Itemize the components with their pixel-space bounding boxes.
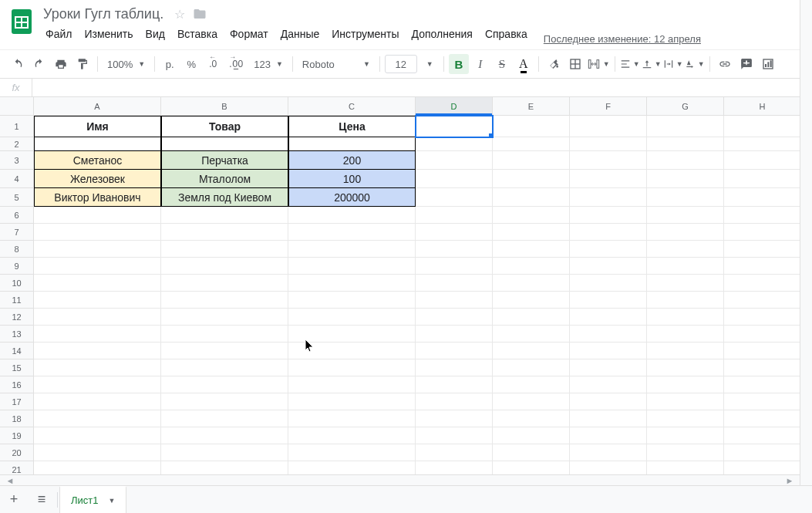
cell-B5[interactable]: Земля под Киевом: [161, 188, 288, 207]
cell-H7[interactable]: [724, 224, 801, 241]
cell-C7[interactable]: [288, 224, 416, 241]
cell-C17[interactable]: [288, 393, 416, 410]
cell-A11[interactable]: [34, 292, 161, 309]
cell-D1[interactable]: [416, 116, 493, 137]
print-button[interactable]: [51, 54, 71, 74]
cell-D7[interactable]: [416, 224, 493, 241]
cell-D16[interactable]: [416, 376, 493, 393]
cell-E9[interactable]: [493, 258, 570, 275]
cell-G13[interactable]: [647, 326, 724, 343]
cell-D2[interactable]: [416, 137, 493, 151]
col-header-C[interactable]: C: [288, 97, 416, 116]
strikethrough-button[interactable]: S: [492, 54, 512, 74]
cell-A5[interactable]: Виктор Иванович: [34, 188, 161, 207]
borders-button[interactable]: [565, 54, 585, 74]
cell-G7[interactable]: [647, 224, 724, 241]
cell-B11[interactable]: [161, 292, 288, 309]
cell-F19[interactable]: [570, 427, 647, 444]
cell-H3[interactable]: [724, 151, 801, 170]
cell-G8[interactable]: [647, 241, 724, 258]
cell-A8[interactable]: [34, 241, 161, 258]
cell-H14[interactable]: [724, 343, 801, 359]
cell-A19[interactable]: [34, 427, 161, 444]
cell-E15[interactable]: [493, 359, 570, 376]
cell-H20[interactable]: [724, 444, 801, 461]
cell-B16[interactable]: [161, 376, 288, 393]
cell-A10[interactable]: [34, 275, 161, 292]
paint-format-button[interactable]: [72, 54, 93, 74]
cell-C5[interactable]: 200000: [288, 188, 416, 207]
cell-F13[interactable]: [570, 326, 647, 343]
v-scrollbar[interactable]: [800, 0, 812, 485]
row-header-15[interactable]: 15: [0, 359, 34, 376]
increase-decimals-button[interactable]: .0̲0→: [224, 54, 248, 74]
cell-F6[interactable]: [570, 207, 647, 224]
cell-F7[interactable]: [570, 224, 647, 241]
cell-G5[interactable]: [647, 188, 724, 207]
cell-H16[interactable]: [724, 376, 801, 393]
cell-G11[interactable]: [647, 292, 724, 309]
cell-B21[interactable]: [161, 461, 288, 475]
cell-G2[interactable]: [647, 137, 724, 151]
cell-C2[interactable]: [288, 137, 416, 151]
cell-A15[interactable]: [34, 359, 161, 376]
menu-данные[interactable]: Данные: [275, 25, 325, 43]
menu-формат[interactable]: Формат: [224, 25, 274, 43]
row-header-20[interactable]: 20: [0, 444, 34, 461]
row-header-3[interactable]: 3: [0, 151, 34, 170]
cell-D5[interactable]: [416, 188, 493, 207]
row-header-17[interactable]: 17: [0, 393, 34, 410]
menu-файл[interactable]: Файл: [40, 25, 77, 43]
cell-B19[interactable]: [161, 427, 288, 444]
cell-A7[interactable]: [34, 224, 161, 241]
sheet-tab-menu-icon[interactable]: ▼: [108, 497, 115, 505]
cell-B6[interactable]: [161, 207, 288, 224]
doc-title[interactable]: Уроки Гугл таблиц.: [40, 5, 167, 22]
cell-A9[interactable]: [34, 258, 161, 275]
cell-D6[interactable]: [416, 207, 493, 224]
col-header-H[interactable]: H: [724, 97, 801, 116]
cell-D13[interactable]: [416, 326, 493, 343]
cell-E1[interactable]: [493, 116, 570, 137]
cell-E5[interactable]: [493, 188, 570, 207]
cell-A17[interactable]: [34, 393, 161, 410]
cell-G21[interactable]: [647, 461, 724, 475]
font-family-select[interactable]: Roboto▼: [298, 54, 375, 74]
menu-вставка[interactable]: Вставка: [172, 25, 223, 43]
cell-E10[interactable]: [493, 275, 570, 292]
cell-D14[interactable]: [416, 343, 493, 359]
insert-comment-button[interactable]: [736, 54, 756, 74]
cell-A21[interactable]: [34, 461, 161, 475]
cell-F12[interactable]: [570, 309, 647, 326]
menu-вид[interactable]: Вид: [140, 25, 170, 43]
cell-E3[interactable]: [493, 151, 570, 170]
row-header-7[interactable]: 7: [0, 224, 34, 241]
cell-D18[interactable]: [416, 410, 493, 427]
select-all-corner[interactable]: [0, 97, 34, 116]
cell-B3[interactable]: Перчатка: [161, 151, 288, 170]
cell-C12[interactable]: [288, 309, 416, 326]
cell-F10[interactable]: [570, 275, 647, 292]
cell-C9[interactable]: [288, 258, 416, 275]
cell-H2[interactable]: [724, 137, 801, 151]
cell-E11[interactable]: [493, 292, 570, 309]
bold-button[interactable]: B: [449, 54, 469, 74]
row-header-21[interactable]: 21: [0, 461, 34, 475]
col-header-D[interactable]: D: [416, 97, 493, 116]
menu-дополнения[interactable]: Дополнения: [406, 25, 478, 43]
sheets-logo-icon[interactable]: [6, 6, 37, 37]
cell-H9[interactable]: [724, 258, 801, 275]
cell-B12[interactable]: [161, 309, 288, 326]
add-sheet-button[interactable]: +: [0, 486, 28, 514]
scroll-left-icon[interactable]: ◄: [0, 475, 20, 485]
cell-H18[interactable]: [724, 410, 801, 427]
cell-C14[interactable]: [288, 343, 416, 359]
cell-G4[interactable]: [647, 170, 724, 188]
cell-G16[interactable]: [647, 376, 724, 393]
cell-F18[interactable]: [570, 410, 647, 427]
cell-F2[interactable]: [570, 137, 647, 151]
cell-G17[interactable]: [647, 393, 724, 410]
row-header-4[interactable]: 4: [0, 170, 34, 188]
cell-A20[interactable]: [34, 444, 161, 461]
cell-D20[interactable]: [416, 444, 493, 461]
